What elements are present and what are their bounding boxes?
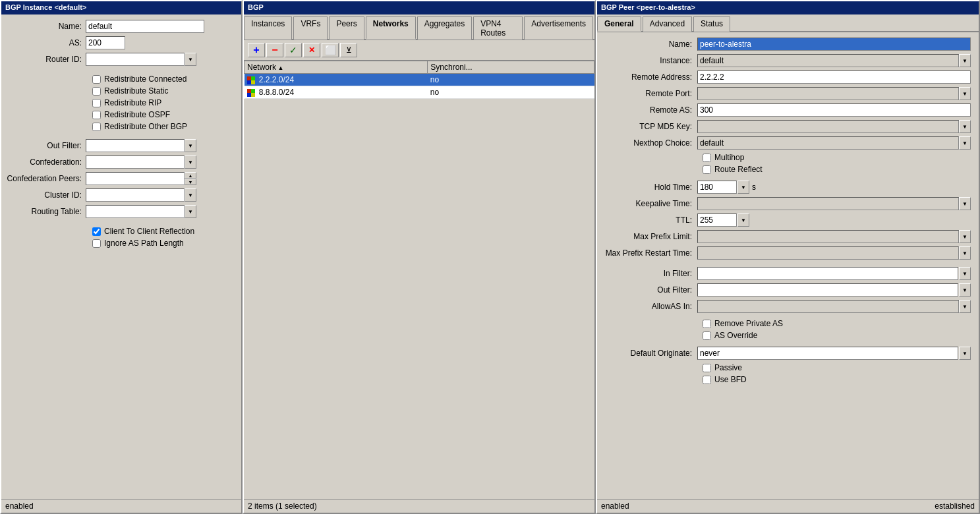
peer-tcp-md5-input[interactable] [697,120,959,133]
peer-in-filter-input[interactable] [697,267,958,280]
peer-hold-time-input[interactable] [697,181,737,194]
remove-network-btn[interactable]: − [266,43,283,57]
out-filter-input[interactable] [86,139,185,152]
tab-vrfs[interactable]: VRFs [293,16,328,40]
peer-ttl-input[interactable] [697,214,737,227]
peer-allowas-dropdown-btn[interactable]: ▼ [959,300,971,313]
confederation-peers-up-btn[interactable]: ▲ [185,172,196,179]
client-to-client-checkbox[interactable] [92,227,101,236]
svg-rect-5 [251,89,255,93]
peer-tcp-md5-dropdown-btn[interactable]: ▼ [959,120,971,133]
redistribute-ospf-checkbox[interactable] [92,111,101,119]
redistribute-other-bgp-checkbox[interactable] [92,123,101,131]
network-cell: 8.8.8.0/24 [245,86,428,99]
tab-status[interactable]: Status [693,16,730,32]
tab-advertisements[interactable]: Advertisements [524,16,593,40]
table-row[interactable]: 8.8.8.0/24 no [245,86,594,99]
network-icon [247,76,255,84]
peer-max-prefix-restart-dropdown-btn[interactable]: ▼ [959,246,971,260]
as-input[interactable] [86,36,125,49]
tab-aggregates[interactable]: Aggregates [417,16,472,40]
client-to-client-label: Client To Client Reflection [104,227,194,236]
out-filter-row: Out Filter: ▼ [7,139,236,152]
ignore-as-path-row: Ignore AS Path Length [92,239,236,248]
peer-nexthop-input[interactable] [697,136,959,150]
networks-footer: 2 items (1 selected) [244,499,594,513]
redistribute-connected-checkbox[interactable] [92,75,101,84]
peer-route-reflect-checkbox[interactable] [703,165,711,174]
redistribute-ospf-label: Redistribute OSPF [104,110,170,119]
sync-cell: no [428,86,594,99]
cancel-network-btn[interactable]: ✕ [303,43,320,57]
peer-use-bfd-checkbox[interactable] [703,376,711,384]
network-col-header[interactable]: Network [245,61,428,74]
peer-remote-address-input[interactable] [697,71,971,84]
svg-rect-6 [247,93,251,97]
tab-networks[interactable]: Networks [366,16,416,40]
peer-allowas-input[interactable] [697,300,959,313]
peer-in-filter-btn[interactable]: ▼ [959,267,971,280]
peer-default-originate-input[interactable] [697,347,958,360]
peer-remove-private-checkbox[interactable] [703,320,711,328]
peer-out-filter-btn[interactable]: ▼ [959,283,971,297]
tab-general[interactable]: General [597,16,641,32]
peer-max-prefix-restart-input[interactable] [697,246,959,260]
peer-remote-port-input[interactable] [697,87,959,100]
confederation-peers-down-btn[interactable]: ▼ [185,179,196,185]
add-network-btn[interactable]: + [248,43,265,57]
peer-keepalive-dropdown-btn[interactable]: ▼ [959,197,971,210]
confederation-input[interactable] [86,156,185,169]
confederation-dropdown-btn[interactable]: ▼ [185,156,196,169]
routing-table-input[interactable] [86,205,185,218]
peer-as-override-checkbox[interactable] [703,331,711,340]
sync-cell: no [428,74,594,86]
apply-network-btn[interactable]: ✓ [285,43,302,57]
peer-default-originate-btn[interactable]: ▼ [959,347,971,360]
peer-out-filter-input[interactable] [697,283,958,297]
peer-max-prefix-input[interactable] [697,230,959,243]
peer-passive-checkbox[interactable] [703,364,711,372]
peer-hold-time-btn[interactable]: ▼ [737,181,749,194]
peer-remote-as-label: Remote AS: [605,105,697,115]
peer-remote-as-row: Remote AS: [605,103,971,117]
peer-multihop-checkbox[interactable] [703,154,711,162]
peer-max-prefix-dropdown-btn[interactable]: ▼ [959,230,971,243]
svg-rect-1 [251,76,255,80]
peer-ttl-btn[interactable]: ▼ [737,214,749,227]
tab-advanced[interactable]: Advanced [643,16,692,32]
redistribute-rip-checkbox[interactable] [92,99,101,107]
networks-toolbar: + − ✓ ✕ ⬜ ⊻ [244,40,594,61]
peer-tcp-md5-wrapper: ▼ [697,120,971,133]
router-id-dropdown-btn[interactable]: ▼ [185,53,196,66]
peer-remote-as-input[interactable] [697,103,971,117]
redistribute-other-bgp-row: Redistribute Other BGP [92,122,236,131]
router-id-input[interactable] [86,53,185,66]
cluster-id-input[interactable] [86,188,185,202]
confederation-peers-input[interactable] [86,172,185,185]
peer-instance-dropdown-btn[interactable]: ▼ [959,54,971,67]
sync-col-header[interactable]: Synchroni... [428,61,594,74]
table-row[interactable]: 2.2.2.0/24 no [245,74,594,86]
tab-instances[interactable]: Instances [244,16,292,40]
cluster-id-dropdown-btn[interactable]: ▼ [185,188,196,202]
peer-keepalive-input[interactable] [697,197,959,210]
routing-table-row: Routing Table: ▼ [7,205,236,218]
routing-table-dropdown-btn[interactable]: ▼ [185,205,196,218]
peer-name-input[interactable] [697,38,971,51]
svg-rect-7 [251,93,255,97]
redistribute-static-checkbox[interactable] [92,87,101,96]
copy-network-btn[interactable]: ⬜ [322,43,339,57]
peer-nexthop-dropdown-btn[interactable]: ▼ [959,136,971,150]
peer-remote-address-label: Remote Address: [605,72,697,82]
filter-network-btn[interactable]: ⊻ [340,43,357,57]
peer-as-override-row: AS Override [703,331,971,340]
peer-keepalive-wrapper: ▼ [697,197,971,210]
name-input[interactable] [86,20,204,33]
peer-instance-input[interactable] [697,54,959,67]
out-filter-dropdown-btn[interactable]: ▼ [185,139,196,152]
peer-multihop-row: Multihop [703,153,971,162]
tab-peers[interactable]: Peers [329,16,364,40]
peer-remote-port-dropdown-btn[interactable]: ▼ [959,87,971,100]
tab-vpn4-routes[interactable]: VPN4 Routes [473,16,523,40]
ignore-as-path-checkbox[interactable] [92,239,101,248]
